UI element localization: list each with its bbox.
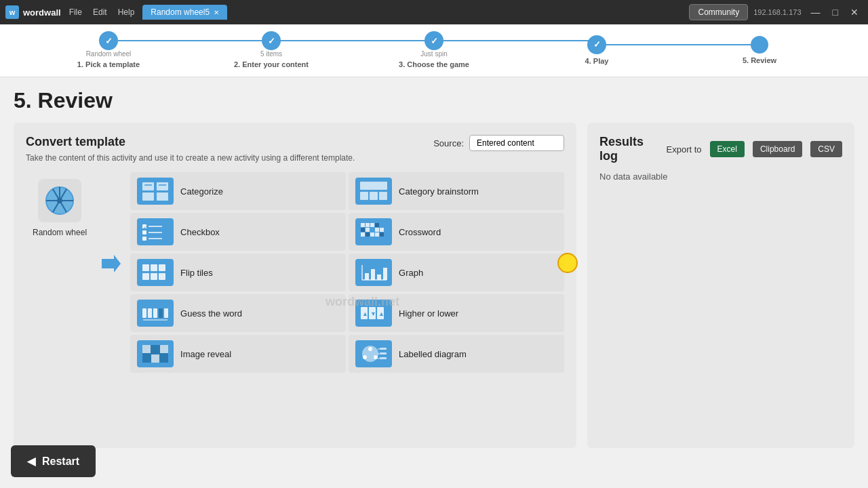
step-4: ✓ 4. Play xyxy=(515,35,678,65)
svg-rect-27 xyxy=(142,230,146,235)
checkbox-thumb: ✓ xyxy=(137,218,174,245)
menu-edit[interactable]: Edit xyxy=(93,7,107,17)
close-button[interactable]: ✕ xyxy=(846,5,863,19)
svg-rect-62 xyxy=(148,308,152,318)
menu-file[interactable]: File xyxy=(69,7,82,17)
svg-rect-59 xyxy=(383,268,387,280)
svg-rect-23 xyxy=(379,192,387,200)
template-labelled-diagram[interactable]: Labelled diagram xyxy=(349,335,564,373)
svg-marker-11 xyxy=(102,255,121,272)
template-content: Random wheel xyxy=(26,172,564,373)
svg-rect-28 xyxy=(149,232,162,233)
svg-rect-33 xyxy=(361,223,365,227)
svg-rect-26 xyxy=(149,226,162,227)
svg-rect-35 xyxy=(370,223,374,227)
export-clipboard-button[interactable]: Clipboard xyxy=(753,141,802,157)
templates-grid: Categorize Ca xyxy=(130,172,564,373)
svg-rect-38 xyxy=(361,232,365,237)
template-checkbox[interactable]: ✓ Checkbox xyxy=(130,213,346,251)
export-csv-button[interactable]: CSV xyxy=(810,141,842,157)
svg-rect-47 xyxy=(142,264,149,271)
main-layout: Source: Entered content Results Convert … xyxy=(14,123,854,448)
higher-lower-label: Higher or lower xyxy=(399,308,458,319)
svg-rect-36 xyxy=(361,228,365,232)
progress-area: ✓ Random wheel 1. Pick a template ✓ 5 it… xyxy=(0,24,868,77)
svg-rect-17 xyxy=(144,184,152,186)
svg-point-84 xyxy=(368,347,372,351)
svg-rect-40 xyxy=(370,232,374,237)
template-flip-tiles[interactable]: Flip tiles xyxy=(130,253,346,291)
image-reveal-thumb xyxy=(137,340,174,367)
title-bar-right: Community 192.168.1.173 — □ ✕ xyxy=(689,4,863,20)
no-data-message: No data available xyxy=(599,171,842,182)
svg-rect-45 xyxy=(380,232,384,237)
svg-rect-66 xyxy=(143,319,167,321)
template-graph[interactable]: Graph xyxy=(349,253,564,291)
category-brainstorm-thumb xyxy=(355,178,392,205)
current-template: Random wheel xyxy=(26,172,94,373)
app-name: wordwall xyxy=(23,7,61,18)
tab-close-icon[interactable]: ✕ xyxy=(214,9,219,16)
convert-panel: Source: Entered content Results Convert … xyxy=(14,123,576,448)
svg-rect-42 xyxy=(375,228,379,232)
crossword-label: Crossword xyxy=(399,227,441,237)
svg-rect-43 xyxy=(375,232,379,237)
template-image-reveal[interactable]: Image reveal xyxy=(130,335,346,373)
svg-rect-58 xyxy=(377,274,381,280)
step-2-sublabel: 5 items xyxy=(260,50,282,58)
svg-rect-29 xyxy=(142,237,146,241)
step-4-circle: ✓ xyxy=(587,35,606,54)
svg-text:w: w xyxy=(9,8,16,16)
svg-rect-56 xyxy=(365,273,369,280)
svg-rect-89 xyxy=(380,357,387,359)
step-1-label: 1. Pick a template xyxy=(77,60,140,68)
svg-rect-39 xyxy=(366,232,370,237)
svg-rect-57 xyxy=(371,269,375,280)
menu-help[interactable]: Help xyxy=(118,7,135,17)
restart-button[interactable]: ◀ Restart xyxy=(11,445,96,477)
guess-word-label: Guess the word xyxy=(180,308,242,319)
svg-rect-80 xyxy=(151,354,159,363)
step-3-circle: ✓ xyxy=(425,31,443,50)
svg-rect-44 xyxy=(380,228,384,232)
guess-word-thumb xyxy=(137,300,174,327)
svg-rect-14 xyxy=(157,182,168,190)
step-5: 5. Review xyxy=(678,36,841,64)
restart-arrow-icon: ◀ xyxy=(27,455,35,468)
results-header: Results log Export to Excel Clipboard CS… xyxy=(599,135,842,163)
community-button[interactable]: Community xyxy=(689,4,748,20)
step-container: ✓ Random wheel 1. Pick a template ✓ 5 it… xyxy=(27,31,841,68)
template-categorize[interactable]: Categorize xyxy=(130,172,346,210)
template-crossword[interactable]: Crossword xyxy=(349,213,564,251)
app-logo: w wordwall xyxy=(5,5,61,19)
svg-rect-13 xyxy=(142,182,154,190)
step-1-sublabel: Random wheel xyxy=(86,50,132,58)
maximize-button[interactable]: □ xyxy=(829,5,842,19)
svg-rect-20 xyxy=(360,182,387,190)
page-content: 5. Review Source: Entered content Result… xyxy=(0,77,868,459)
svg-point-10 xyxy=(57,198,62,203)
source-select[interactable]: Entered content Results xyxy=(469,135,564,151)
image-reveal-label: Image reveal xyxy=(180,349,231,359)
tab-bar: Random wheel5 ✕ xyxy=(142,5,227,20)
svg-rect-34 xyxy=(366,223,370,227)
template-category-brainstorm[interactable]: Category brainstorm xyxy=(349,172,564,210)
source-row: Source: Entered content Results xyxy=(433,135,564,151)
minimize-button[interactable]: — xyxy=(807,5,825,19)
step-3-label: 3. Choose the game xyxy=(399,60,469,68)
flip-tiles-thumb xyxy=(137,259,174,286)
svg-text:▲: ▲ xyxy=(362,310,368,317)
step-3-sublabel: Just spin xyxy=(420,50,447,58)
app-logo-icon: w xyxy=(5,5,19,19)
step-2-label: 2. Enter your content xyxy=(234,60,309,68)
step-2-circle: ✓ xyxy=(262,31,281,50)
step-1-circle: ✓ xyxy=(99,31,118,50)
tab-label: Random wheel5 xyxy=(151,7,210,17)
template-higher-lower[interactable]: ▲ ▼ ▲ Higher or lower xyxy=(349,294,564,332)
export-excel-button[interactable]: Excel xyxy=(710,141,745,157)
checkbox-label: Checkbox xyxy=(180,227,220,237)
active-tab[interactable]: Random wheel5 ✕ xyxy=(142,5,227,20)
results-panel: Results log Export to Excel Clipboard CS… xyxy=(587,123,854,448)
template-guess-word[interactable]: Guess the word xyxy=(130,294,346,332)
ip-address: 192.168.1.173 xyxy=(753,8,801,16)
